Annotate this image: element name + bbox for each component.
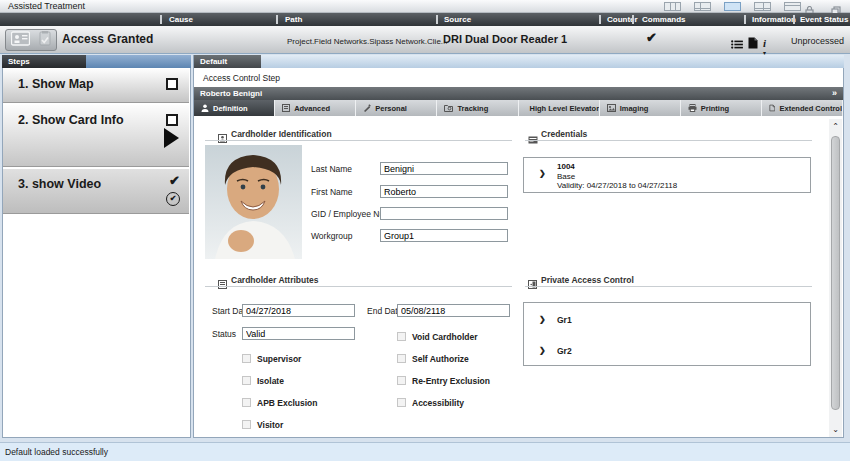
end-date-input[interactable] <box>397 304 510 317</box>
self-authorize-label: Self Authorize <box>412 354 469 364</box>
tab-advanced[interactable]: Advanced <box>275 100 356 116</box>
column-separator <box>160 15 162 24</box>
accessibility-checkbox[interactable] <box>397 398 406 407</box>
self-authorize-checkbox[interactable] <box>397 354 406 363</box>
check-icon: ✔ <box>169 173 180 188</box>
group-gr2[interactable]: Gr2 <box>557 346 572 356</box>
start-date-input[interactable] <box>242 304 355 317</box>
isolate-checkbox[interactable] <box>242 376 251 385</box>
column-path[interactable]: Path <box>285 15 302 24</box>
visitor-checkbox[interactable] <box>242 420 251 429</box>
layout-columns-icon[interactable] <box>664 2 681 11</box>
step-item-show-map[interactable]: 1. Show Map <box>3 69 189 103</box>
steps-panel-header[interactable]: Steps <box>2 55 86 68</box>
expand-gr2-icon[interactable]: ❯ <box>539 346 546 355</box>
column-separator <box>436 15 438 24</box>
tab-definition[interactable]: Definition <box>194 100 275 116</box>
status-input[interactable] <box>242 327 355 340</box>
apb-exclusion-checkbox[interactable] <box>242 398 251 407</box>
tab-imaging[interactable]: Imaging <box>600 100 681 116</box>
credential-type: Base <box>557 172 677 182</box>
section-divider <box>525 286 812 287</box>
completed-circle-check-icon[interactable]: ✔ <box>166 192 180 206</box>
information-dropdown-icon[interactable]: i ▾ <box>763 33 766 55</box>
last-name-input[interactable] <box>380 162 508 175</box>
private-access-control-icon <box>528 275 537 293</box>
section-divider <box>525 140 812 141</box>
credentials-title: Credentials <box>541 129 587 139</box>
isolate-label: Isolate <box>257 376 284 386</box>
event-card-button[interactable] <box>5 29 57 51</box>
first-name-input[interactable] <box>380 185 508 198</box>
status-bar <box>0 442 850 461</box>
event-cause: Access Granted <box>62 32 153 46</box>
step-item-show-card-info[interactable]: 2. Show Card Info <box>3 105 189 167</box>
accessibility-label: Accessibility <box>412 398 464 408</box>
event-list-header <box>0 13 850 26</box>
tab-printing[interactable]: Printing <box>681 100 762 116</box>
expand-panel-icon[interactable]: » <box>832 88 837 98</box>
private-access-groups-box: ❯ Gr1 ❯ Gr2 <box>523 302 811 366</box>
scroll-up-icon[interactable]: ⌃ <box>830 121 841 132</box>
window-title: Assisted Treatment <box>8 1 85 11</box>
checkbox-unchecked-icon[interactable] <box>166 78 178 90</box>
command-check-icon[interactable]: ✔ <box>646 30 657 45</box>
column-source[interactable]: Source <box>444 15 471 24</box>
tab-personal[interactable]: Personal <box>356 100 437 116</box>
event-log-list-icon[interactable] <box>731 35 743 53</box>
scroll-down-icon[interactable]: ⌄ <box>830 424 841 435</box>
status-label: Status <box>212 329 236 339</box>
void-cardholder-checkbox[interactable] <box>397 332 406 341</box>
checkbox-unchecked-icon[interactable] <box>166 114 178 126</box>
column-information[interactable]: Information <box>752 15 796 24</box>
column-event-status[interactable]: Event Status <box>800 15 848 24</box>
layout-full-icon[interactable] <box>784 2 801 11</box>
cardholder-name-bar[interactable]: Roberto Benigni » <box>194 87 843 100</box>
cardholder-attributes-icon <box>218 275 227 293</box>
expand-gr1-icon[interactable]: ❯ <box>539 315 546 324</box>
re-entry-exclusion-label: Re-Entry Exclusion <box>412 376 490 386</box>
cardholder-name: Roberto Benigni <box>200 89 262 98</box>
credential-number: 1004 <box>557 162 677 172</box>
group-gr1[interactable]: Gr1 <box>557 315 572 325</box>
step-label: 2. Show Card Info <box>18 113 124 127</box>
expand-credential-icon[interactable]: ❯ <box>539 169 546 178</box>
supervisor-label: Supervisor <box>257 354 301 364</box>
column-cause[interactable]: Cause <box>169 15 193 24</box>
visitor-label: Visitor <box>257 420 283 430</box>
tab-extended-control[interactable]: Extended Control <box>762 100 843 116</box>
scrollbar-thumb[interactable] <box>831 136 840 410</box>
step-item-show-video[interactable]: 3. show Video ✔ ✔ <box>3 169 189 214</box>
re-entry-exclusion-checkbox[interactable] <box>397 376 406 385</box>
confirm-sheet-icon <box>39 31 51 50</box>
play-icon[interactable] <box>164 128 179 148</box>
workgroup-input[interactable] <box>380 229 508 242</box>
last-name-label: Last Name <box>311 164 352 174</box>
private-access-control-title: Private Access Control <box>541 275 634 285</box>
supervisor-checkbox[interactable] <box>242 354 251 363</box>
layout-single-icon[interactable] <box>724 2 741 11</box>
gid-input[interactable] <box>380 207 508 220</box>
layout-split-right-icon[interactable] <box>754 2 771 11</box>
column-commands[interactable]: Commands <box>642 15 686 24</box>
column-separator <box>744 15 746 24</box>
apb-exclusion-label: APB Exclusion <box>257 398 317 408</box>
layout-split-left-icon[interactable] <box>694 2 711 11</box>
tab-tracking[interactable]: Tracking <box>437 100 518 116</box>
event-status-value: Unprocessed <box>782 36 844 46</box>
credential-card[interactable]: ❯ 1004 Base Validity: 04/27/2018 to 04/2… <box>523 157 811 193</box>
cardholder-identification-title: Cardholder Identification <box>231 129 332 139</box>
section-divider <box>205 286 512 287</box>
step-type-label: Access Control Step <box>203 73 280 83</box>
first-name-label: First Name <box>311 187 353 197</box>
document-icon[interactable] <box>748 35 758 53</box>
cardholder-tabs: Definition Advanced Personal Tracking Hi… <box>194 100 843 116</box>
tabstrip-background <box>261 55 844 68</box>
tab-default[interactable]: Default <box>194 55 261 68</box>
steps-panel-header-strip <box>86 55 191 68</box>
step-label: 3. show Video <box>18 177 101 191</box>
credential-validity: Validity: 04/27/2018 to 04/27/2118 <box>557 181 677 191</box>
status-message: Default loaded successfully <box>5 447 108 457</box>
credentials-icon <box>528 130 538 148</box>
tab-high-level-elevator[interactable]: High Level Elevator <box>519 100 600 116</box>
